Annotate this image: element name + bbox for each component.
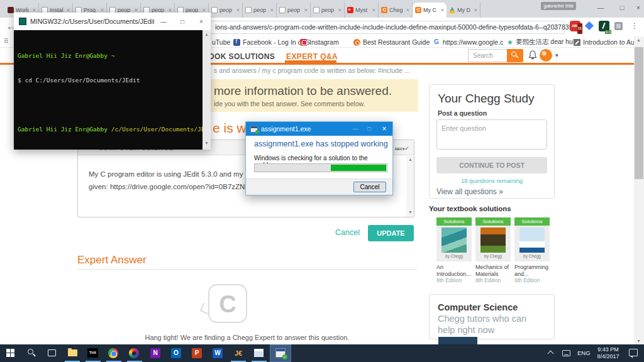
mingw-terminal-window[interactable]: MINGW32:/c/Users/User/Documents/JEdit — … <box>14 13 211 150</box>
nav-expert-qa[interactable]: EXPERT Q&A <box>286 52 338 61</box>
chrome-icon[interactable] <box>108 348 118 358</box>
editor-scrollbar[interactable]: ▲ ▼ <box>406 156 414 217</box>
powerpoint-icon[interactable]: P <box>192 348 202 358</box>
action-center-icon[interactable] <box>629 349 638 356</box>
outlook-icon[interactable]: O <box>171 348 181 358</box>
dialog-minimize-button[interactable]: — <box>348 126 362 132</box>
search-button[interactable] <box>507 49 523 62</box>
spellcheck-icon[interactable]: ABC▾✓ <box>394 141 410 154</box>
tab-my-d[interactable]: My D× <box>447 3 480 18</box>
tab-peop-7[interactable]: peop× <box>311 3 345 18</box>
profile-name-badge[interactable]: gabrielhii 998 <box>541 2 576 10</box>
book-title-link[interactable]: Programming and... <box>514 264 551 277</box>
dialog-titlebar[interactable]: assignment1.exe — □ × <box>246 122 392 136</box>
tab-cheg[interactable]: Cheg× <box>379 3 413 18</box>
scroll-up-icon[interactable]: ▲ <box>408 157 413 162</box>
bookmark-instagram[interactable]: Instagram <box>300 38 339 47</box>
page-favicon <box>211 7 218 13</box>
terminal-titlebar[interactable]: MINGW32:/c/Users/User/Documents/JEdit — … <box>14 13 211 30</box>
adblock-extension-icon[interactable]: ABP11 <box>570 21 580 31</box>
window-maximize-button[interactable]: □ <box>618 4 626 11</box>
tray-chevron-icon[interactable] <box>548 351 554 357</box>
update-button[interactable]: UPDATE <box>368 225 414 241</box>
tab-peop-4[interactable]: peop× <box>209 3 243 18</box>
file-explorer-icon[interactable] <box>68 349 77 356</box>
tab-close-icon[interactable]: × <box>304 7 308 13</box>
scroll-down-icon[interactable]: ▼ <box>408 210 413 214</box>
chrome-menu-icon[interactable]: ⋮ <box>631 21 638 30</box>
tab-close-icon[interactable]: × <box>338 7 341 13</box>
terminal-close-button[interactable]: × <box>192 18 211 25</box>
terminal-maximize-button[interactable]: □ <box>173 18 192 25</box>
crash-dialog[interactable]: assignment1.exe — □ × assignment1.exe ha… <box>245 121 393 195</box>
bookmark-google[interactable]: https://www.google.c <box>433 38 503 47</box>
page-favicon <box>313 7 319 13</box>
window-minimize-button[interactable]: — <box>596 4 605 11</box>
bookmark-facebook[interactable]: Facebook - Log In or S <box>233 38 310 47</box>
notifications-bell-icon[interactable] <box>528 50 537 60</box>
breadcrumb[interactable]: s and answers / my c program code is wri… <box>214 67 410 74</box>
dialog-maximize-button[interactable]: □ <box>362 126 376 132</box>
input-indicator-icon[interactable] <box>562 350 570 356</box>
bookmark-label: Instagram <box>309 38 339 46</box>
tab-my-c-active[interactable]: My C× <box>413 3 447 18</box>
start-button[interactable] <box>6 349 14 357</box>
tab-close-icon[interactable]: × <box>372 7 375 13</box>
jedit-icon[interactable]: J€ <box>233 348 243 358</box>
terminal-body[interactable]: Gabriel Hii Jiz Enr@Gabby ~ $ cd C:/User… <box>14 30 211 150</box>
terminal-scrollbar[interactable]: ▲ ▼ <box>203 30 211 150</box>
tab-close-icon[interactable]: × <box>236 7 240 13</box>
tab-peop-6[interactable]: peop× <box>277 3 311 18</box>
dialog-cancel-button[interactable]: Cancel <box>353 182 386 192</box>
continue-to-post-button[interactable]: CONTINUE TO POST <box>436 157 547 173</box>
media-app-icon[interactable] <box>129 348 139 358</box>
tab-myst[interactable]: Myst× <box>345 3 379 18</box>
scroll-down-icon[interactable]: ▼ <box>636 339 641 343</box>
runner-extension-icon[interactable]: 9.9 <box>599 21 609 31</box>
language-indicator[interactable]: ENG <box>577 349 591 356</box>
bookmark-dear-huiyi[interactable]: ★要熙生活志 dear huiyi <box>507 38 579 47</box>
tab-close-icon[interactable]: × <box>406 7 409 13</box>
scroll-up-icon[interactable]: ▲ <box>636 38 641 42</box>
task-view-icon[interactable] <box>48 349 56 356</box>
bookmark-star-icon[interactable]: ☆ <box>552 22 559 31</box>
assignment1-exe-icon[interactable] <box>275 348 286 358</box>
url-text[interactable]: ions-and-answers/c-program-code-written-… <box>215 23 576 31</box>
scroll-down-icon[interactable]: ▼ <box>204 141 209 145</box>
onenote-icon[interactable]: N <box>150 348 160 358</box>
cancel-link[interactable]: Cancel <box>335 228 360 237</box>
account-chevron-down-icon[interactable]: ▾ <box>555 52 558 58</box>
book-title-link[interactable]: Mechanics of Materials <box>475 264 512 277</box>
banner-subtext: ide you with the best answer. See commen… <box>214 100 365 107</box>
clock[interactable]: 9:43 PM 8/4/2017 <box>592 346 624 360</box>
tab-peop-5[interactable]: peop× <box>243 3 277 18</box>
thx-app-icon[interactable]: THX <box>87 348 98 358</box>
grey-extension-icon[interactable] <box>614 22 623 30</box>
search-input[interactable] <box>468 49 507 62</box>
textbook-thumbnail[interactable]: Solutions by Chegg <box>436 217 472 261</box>
progress-bar <box>254 163 387 172</box>
terminal-minimize-button[interactable]: — <box>154 18 173 25</box>
word-icon[interactable]: W <box>213 348 223 358</box>
book-title-link[interactable]: An Introduction... <box>436 264 473 277</box>
tab-close-icon[interactable]: × <box>474 7 477 13</box>
console-window-icon[interactable] <box>254 349 264 357</box>
window-close-button[interactable]: × <box>634 4 643 11</box>
bookmark-youtube[interactable]: uTube <box>212 38 230 47</box>
scroll-up-icon[interactable]: ▲ <box>204 32 209 36</box>
hang-tight-message: Hang tight! We are finding a Chegg Exper… <box>77 334 417 341</box>
bookmark-restaurant[interactable]: Best Restaurant Guide <box>353 38 430 47</box>
apps-grid-icon[interactable]: ⠿ <box>4 38 8 45</box>
tab-close-icon[interactable]: × <box>441 7 444 13</box>
question-input[interactable] <box>436 119 547 150</box>
questions-remaining-link[interactable]: 18 questions remaining <box>436 177 547 184</box>
dialog-close-button[interactable]: × <box>376 124 392 133</box>
taskbar-search-icon[interactable] <box>28 349 33 354</box>
page-scrollbar-thumb[interactable] <box>635 47 643 179</box>
tab-close-icon[interactable]: × <box>270 7 274 13</box>
textbook-thumbnail[interactable]: Solutions by Chegg <box>475 217 511 261</box>
youtube-favicon <box>347 7 353 13</box>
user-avatar[interactable] <box>540 49 552 62</box>
view-all-questions-link[interactable]: View all questions » <box>436 187 503 196</box>
textbook-thumbnail[interactable]: Solutions by Chegg <box>514 217 550 261</box>
